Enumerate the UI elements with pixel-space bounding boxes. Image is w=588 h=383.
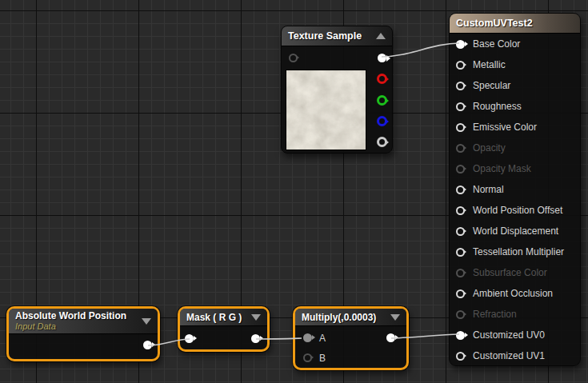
input-b-label: B — [319, 353, 326, 364]
collapse-arrow-icon[interactable] — [376, 33, 386, 39]
wire-texture-to-basecolor[interactable] — [382, 43, 459, 57]
pin-label: Base Color — [473, 38, 520, 50]
pin-label: Customized UV1 — [473, 350, 545, 361]
material-pin-row: Opacity — [450, 138, 580, 158]
material-pin-row: Refraction — [450, 304, 580, 325]
multiply-input-a-pin[interactable] — [303, 333, 312, 342]
input-pin-opacity-mask — [456, 165, 465, 174]
pin-label: Ambient Occlusion — [473, 288, 553, 299]
material-pin-row: Specular — [450, 75, 580, 96]
input-pin-normal[interactable] — [456, 186, 465, 194]
pin-label: Emissive Color — [473, 122, 537, 133]
node-title: Mask ( R G ) — [186, 312, 246, 323]
material-pin-row: Customized UV1 — [450, 345, 580, 366]
pin-label: Opacity Mask — [473, 163, 531, 174]
pin-label: Tessellation Multiplier — [473, 246, 564, 257]
output-pin-red[interactable] — [377, 74, 387, 84]
material-pin-row: Customized UV0 — [450, 325, 580, 345]
input-pin-refraction — [456, 310, 465, 319]
input-pin-roughness[interactable] — [456, 102, 465, 111]
material-pin-row: Base Color — [450, 34, 580, 54]
input-a-label: A — [319, 333, 326, 344]
material-pin-row: World Position Offset — [450, 200, 580, 221]
output-pin-blue[interactable] — [377, 116, 387, 126]
mask-header[interactable]: Mask ( R G ) — [180, 309, 267, 326]
output-pin-green[interactable] — [377, 95, 387, 106]
input-pin-customized-uv1[interactable] — [456, 352, 465, 361]
uvs-input-pin[interactable] — [289, 54, 298, 62]
material-pin-row: Subsurface Color — [450, 262, 580, 283]
texture-sample-header[interactable]: Texture Sample — [282, 26, 392, 46]
output-pin-alpha[interactable] — [377, 137, 387, 147]
material-header[interactable]: CustomUVTest2 — [450, 14, 580, 34]
input-pin-emissive-color[interactable] — [456, 123, 465, 132]
material-pin-row: Opacity Mask — [450, 158, 580, 179]
graph-canvas[interactable]: Texture Sample UVs — [0, 0, 588, 383]
awp-header[interactable]: Absolute World Position Input Data — [9, 309, 158, 334]
pin-label: Roughness — [473, 101, 522, 112]
input-pin-customized-uv0[interactable] — [456, 331, 465, 340]
pin-label: World Displacement — [473, 225, 558, 237]
node-mask-rg[interactable]: Mask ( R G ) — [178, 306, 270, 352]
node-texture-sample[interactable]: Texture Sample UVs — [281, 26, 393, 154]
node-subtitle: Input Data — [15, 321, 137, 331]
pin-label: Opacity — [473, 142, 506, 154]
pin-label: Normal — [473, 184, 504, 195]
expand-arrow-icon[interactable] — [390, 314, 400, 321]
input-pin-world-position-offset[interactable] — [456, 206, 465, 215]
input-pin-opacity — [456, 144, 465, 153]
node-title: Absolute World Position — [15, 311, 137, 321]
expand-arrow-icon[interactable] — [251, 314, 261, 321]
material-pin-row: Tessellation Multiplier — [450, 241, 580, 262]
pin-label: Refraction — [473, 309, 517, 320]
multiply-input-b-pin[interactable] — [303, 353, 312, 362]
input-pin-metallic[interactable] — [456, 61, 465, 70]
node-material-customuvtest2[interactable]: CustomUVTest2 Base Color Metallic Specul… — [449, 13, 581, 366]
material-pin-row: Metallic — [450, 54, 580, 75]
pin-label: Specular — [473, 80, 510, 91]
material-pin-row: Ambient Occlusion — [450, 283, 580, 304]
input-pin-world-displacement[interactable] — [456, 227, 465, 236]
material-pin-row: World Displacement — [450, 221, 580, 241]
node-absolute-world-position[interactable]: Absolute World Position Input Data — [6, 306, 160, 361]
input-pin-specular[interactable] — [456, 82, 465, 90]
input-pin-tessellation-multiplier[interactable] — [456, 248, 465, 257]
node-title: Texture Sample — [288, 30, 371, 42]
node-title: CustomUVTest2 — [456, 18, 574, 29]
input-pin-base-color[interactable] — [456, 40, 465, 49]
input-pin-ambient-occlusion[interactable] — [456, 289, 465, 298]
material-pin-row: Emissive Color — [450, 117, 580, 138]
expand-arrow-icon[interactable] — [142, 318, 151, 325]
pin-label: Subsurface Color — [473, 267, 547, 278]
pin-label: Metallic — [473, 59, 506, 70]
texture-preview-image — [286, 70, 366, 150]
pin-label: Customized UV0 — [473, 329, 545, 341]
material-pin-row: Roughness — [450, 96, 580, 117]
multiply-header[interactable]: Multiply(,0.0003) — [295, 309, 406, 326]
node-title: Multiply(,0.0003) — [302, 312, 386, 323]
material-pin-row: Normal — [450, 179, 580, 200]
pin-label: World Position Offset — [473, 205, 562, 216]
output-pin-rgb[interactable] — [378, 54, 386, 62]
input-pin-subsurface-color — [456, 269, 465, 277]
